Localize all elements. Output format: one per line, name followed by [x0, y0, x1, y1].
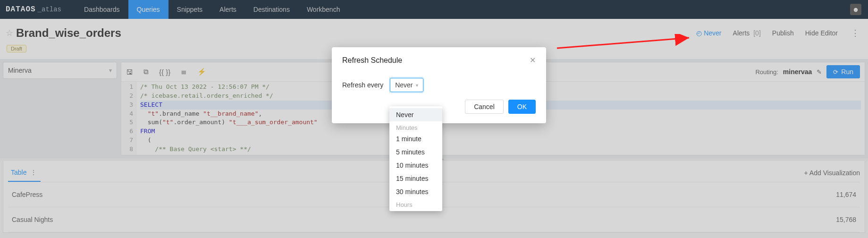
close-icon[interactable]: ✕ [530, 56, 536, 65]
cancel-button[interactable]: Cancel [465, 100, 504, 114]
chevron-down-icon: ▾ [416, 83, 418, 88]
refresh-interval-select[interactable]: Never ▾ [390, 78, 423, 92]
dropdown-item[interactable]: 10 minutes [389, 159, 442, 172]
modal-header: Refresh Schedule ✕ [332, 47, 546, 70]
modal-title: Refresh Schedule [342, 56, 402, 65]
refresh-every-label: Refresh every [342, 81, 383, 89]
refresh-interval-dropdown[interactable]: NeverMinutes1 minute5 minutes10 minutes1… [389, 106, 442, 211]
ok-button[interactable]: OK [508, 100, 536, 114]
dropdown-item[interactable]: 15 minutes [389, 172, 442, 185]
dropdown-item[interactable]: 5 minutes [389, 145, 442, 159]
dropdown-item[interactable]: Never [389, 108, 442, 121]
dropdown-item[interactable]: 30 minutes [389, 185, 442, 198]
dropdown-section-header: Hours [389, 198, 442, 209]
refresh-interval-value: Never [395, 81, 413, 89]
modal-body: Refresh every Never ▾ [332, 70, 546, 102]
dropdown-item[interactable]: 1 minute [389, 132, 442, 145]
dropdown-section-header: Minutes [389, 121, 442, 132]
